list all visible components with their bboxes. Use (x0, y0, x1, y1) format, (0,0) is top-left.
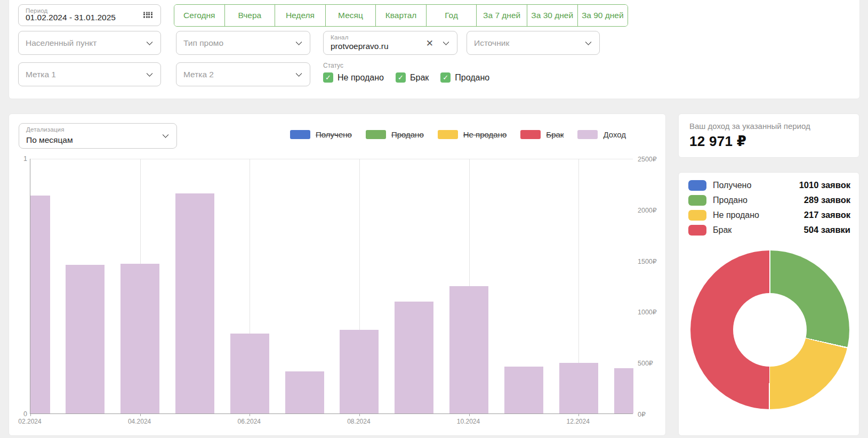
quick-range-button-group: СегодняВчераНеделяМесяцКварталГодЗа 7 дн… (174, 4, 628, 27)
y-axis-right-label: 500₽ (638, 359, 653, 367)
chart-card: Детализация По месяцам ПолученоПроданоНе… (9, 113, 666, 436)
chevron-down-icon (295, 70, 302, 77)
chevron-down-icon (162, 132, 169, 139)
quick-range-button-8[interactable]: За 30 дней (527, 5, 578, 26)
x-axis-labels: 02.202404.202406.202408.202410.202412.20… (30, 418, 633, 426)
channel-value: protvoepravo.ru (331, 42, 389, 51)
x-axis-label: 06.2024 (238, 418, 261, 425)
stats-row-2: Продано289 заявок (688, 194, 850, 206)
x-axis-tick (469, 413, 470, 416)
y-axis-right-label: 1000₽ (638, 308, 657, 316)
x-axis-tick (359, 413, 360, 416)
y-axis-left-label: 0 (23, 410, 27, 418)
legend-swatch (290, 130, 310, 139)
legend-item-4[interactable]: Брак (520, 130, 564, 139)
donut-hole (733, 293, 807, 367)
stats-label: Брак (713, 225, 804, 235)
y-axis-right-label: 0₽ (638, 410, 646, 418)
tag1-select[interactable]: Метка 1 (18, 62, 161, 86)
stats-swatch (688, 225, 706, 236)
x-axis-label: 04.2024 (128, 418, 151, 425)
revenue-bar-06.2024 (230, 334, 269, 413)
source-select[interactable]: Источник (467, 31, 600, 55)
chevron-down-icon (585, 38, 592, 45)
quick-range-button-3[interactable]: Неделя (275, 5, 326, 26)
promo-type-placeholder: Тип промо (183, 38, 223, 48)
legend-item-2[interactable]: Продано (366, 130, 424, 139)
period-field[interactable]: Период 01.02.2024 - 31.01.2025 (18, 4, 161, 26)
detail-value: По месяцам (26, 135, 73, 145)
legend-swatch (577, 130, 598, 139)
x-axis-tick (30, 413, 31, 416)
y-axis-right-label: 2000₽ (638, 206, 657, 214)
tag2-select[interactable]: Метка 2 (176, 62, 310, 86)
quick-range-button-4[interactable]: Месяц (326, 5, 376, 26)
x-axis-tick (140, 413, 141, 416)
x-axis-tick (578, 413, 579, 416)
revenue-bar-07.2024 (285, 371, 324, 413)
y-axis-left-label: 1 (23, 155, 27, 163)
clear-icon[interactable]: ✕ (426, 38, 433, 47)
calendar-grid-icon[interactable] (143, 11, 153, 19)
leads-stats-list: Получено1010 заявокПродано289 заявокНе п… (688, 180, 850, 236)
quick-range-button-7[interactable]: За 7 дней (477, 5, 527, 26)
detail-label: Детализация (26, 126, 65, 133)
revenue-bar-12.2024 (559, 363, 598, 413)
status-checkbox-label: Брак (410, 73, 429, 83)
stats-swatch (688, 180, 706, 191)
chevron-down-icon (146, 38, 153, 45)
stats-label: Получено (713, 181, 799, 190)
revenue-bar-08.2024 (340, 330, 379, 413)
stats-label: Не продано (713, 210, 804, 220)
status-checkbox-2[interactable]: ✓Брак (396, 72, 429, 83)
x-axis-tick (250, 413, 250, 416)
stats-row-1: Получено1010 заявок (688, 180, 850, 191)
revenue-bar-10.2024 (449, 286, 488, 414)
stats-value: 217 заявок (804, 210, 850, 220)
legend-swatch (520, 130, 541, 139)
promo-type-select[interactable]: Тип промо (176, 31, 310, 55)
quick-range-button-9[interactable]: За 90 дней (578, 5, 628, 26)
x-axis-label: 08.2024 (347, 418, 370, 425)
x-axis-label: 02.2024 (18, 418, 41, 425)
channel-select[interactable]: Канал protvoepravo.ru ✕ (323, 31, 457, 55)
chevron-down-icon (146, 70, 153, 77)
quick-range-button-2[interactable]: Вчера (225, 5, 276, 26)
y-axis-left-labels: 01 (17, 159, 27, 414)
settlement-select[interactable]: Населенный пункт (18, 31, 161, 55)
legend-swatch (438, 130, 458, 139)
leads-donut-chart (690, 250, 849, 409)
channel-label: Канал (331, 34, 349, 40)
detail-level-select[interactable]: Детализация По месяцам (19, 123, 177, 149)
quick-range-button-6[interactable]: Год (427, 5, 477, 26)
stats-value: 504 заявки (804, 225, 850, 235)
status-checkbox-1[interactable]: ✓Не продано (323, 72, 384, 83)
quick-range-button-5[interactable]: Квартал (376, 5, 427, 26)
status-checkbox-group: ✓Не продано✓Брак✓Продано (323, 72, 489, 83)
revenue-bar-03.2024 (66, 265, 105, 413)
status-checkbox-label: Не продано (337, 73, 384, 83)
checkbox-checked-icon: ✓ (396, 72, 406, 83)
stats-value: 1010 заявок (799, 180, 850, 190)
stats-row-3: Не продано217 заявок (688, 209, 850, 221)
income-value: 12 971 ₽ (689, 133, 746, 150)
revenue-bar-04.2024 (120, 264, 159, 413)
legend-item-5[interactable]: Доход (577, 130, 626, 139)
source-placeholder: Источник (474, 38, 509, 48)
leads-stats-card: Получено1010 заявокПродано289 заявокНе п… (678, 172, 859, 436)
period-value: 01.02.2024 - 31.01.2025 (26, 13, 116, 22)
status-checkbox-label: Продано (455, 73, 489, 83)
legend-label: Продано (391, 130, 424, 139)
quick-range-button-1[interactable]: Сегодня (174, 5, 225, 26)
status-checkbox-3[interactable]: ✓Продано (440, 72, 489, 83)
revenue-bar-05.2024 (175, 193, 214, 413)
stats-value: 289 заявок (804, 195, 850, 205)
stats-swatch (688, 195, 706, 206)
stats-swatch (688, 210, 706, 221)
legend-item-1[interactable]: Получено (290, 130, 352, 139)
settlement-placeholder: Населенный пункт (26, 38, 97, 48)
chart-legend: ПолученоПроданоНе проданоБракДоход (290, 130, 626, 139)
legend-item-3[interactable]: Не продано (438, 130, 507, 139)
revenue-bar-09.2024 (395, 302, 433, 413)
stats-row-4: Брак504 заявки (688, 224, 850, 236)
